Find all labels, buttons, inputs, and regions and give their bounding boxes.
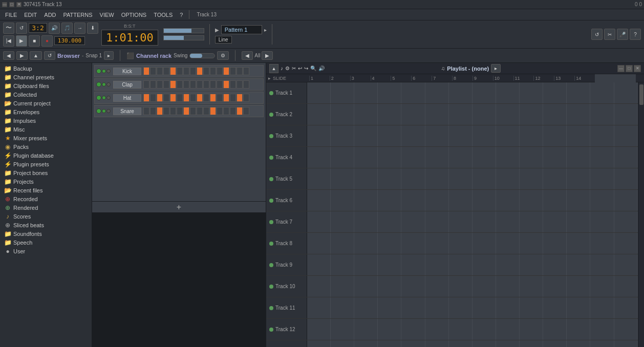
- channel-solo-led-clap[interactable]: [106, 82, 111, 86]
- browser-item-projects[interactable]: 📁Projects: [0, 177, 92, 186]
- step-clap-13[interactable]: [230, 80, 236, 89]
- step-snare-9[interactable]: [203, 107, 209, 115]
- menu-add[interactable]: ADD: [41, 11, 59, 19]
- close-button[interactable]: ✕: [16, 2, 22, 7]
- step-kick-4[interactable]: [170, 67, 176, 75]
- channel-name-snare[interactable]: Snare: [113, 107, 141, 115]
- step-kick-3[interactable]: [163, 67, 169, 75]
- channel-name-clap[interactable]: Clap: [113, 81, 141, 89]
- channel-mute-led-clap[interactable]: [102, 82, 106, 86]
- step-clap-5[interactable]: [177, 80, 183, 89]
- master-vol-slider[interactable]: [163, 28, 204, 33]
- step-hat-12[interactable]: [223, 94, 229, 102]
- vol-down-button[interactable]: 🎵: [61, 23, 73, 34]
- step-snare-8[interactable]: [197, 107, 203, 115]
- step-hat-5[interactable]: [177, 94, 183, 102]
- browser-item-plugin-presets[interactable]: ⚡Plugin presets: [0, 160, 92, 168]
- step-clap-4[interactable]: [170, 80, 176, 89]
- prev-button[interactable]: |◀: [3, 35, 14, 47]
- step-kick-12[interactable]: [223, 67, 229, 75]
- browser-item-envelopes[interactable]: 📁Envelopes: [0, 107, 92, 116]
- step-hat-9[interactable]: [203, 94, 209, 102]
- channel-solo-led-snare[interactable]: [106, 109, 111, 113]
- step-hat-2[interactable]: [157, 94, 163, 102]
- step-snare-7[interactable]: [190, 107, 196, 115]
- track-content-10[interactable]: [307, 276, 638, 297]
- browser-item-sliced-beats[interactable]: ⊕Sliced beats: [0, 221, 92, 229]
- browser-item-speech[interactable]: 📁Speech: [0, 238, 92, 247]
- ruler-scrollbar[interactable]: [595, 74, 636, 82]
- browser-item-backup[interactable]: 📁Backup: [0, 64, 92, 73]
- step-hat-0[interactable]: [143, 94, 149, 102]
- step-kick-13[interactable]: [230, 67, 236, 75]
- menu-tools[interactable]: TOOLS: [151, 11, 176, 19]
- send-button[interactable]: →: [74, 23, 85, 34]
- browser-item-collected[interactable]: 📁Collected: [0, 90, 92, 99]
- step-kick-7[interactable]: [190, 67, 196, 75]
- browser-nav-refresh[interactable]: ↺: [44, 51, 55, 60]
- step-hat-15[interactable]: [243, 94, 249, 102]
- step-clap-9[interactable]: [203, 80, 209, 89]
- playlist-dropdown-btn[interactable]: ▸: [491, 64, 501, 73]
- step-hat-3[interactable]: [163, 94, 169, 102]
- browser-item-misc[interactable]: 📁Misc: [0, 125, 92, 134]
- channel-name-kick[interactable]: Kick: [113, 68, 141, 75]
- step-snare-4[interactable]: [170, 107, 176, 115]
- browser-item-current-project[interactable]: 📂Current project: [0, 99, 92, 107]
- channel-power-led-hat[interactable]: [96, 95, 101, 100]
- channel-name-hat[interactable]: Hat: [113, 94, 141, 102]
- maximize-button[interactable]: □: [9, 2, 14, 7]
- track-content-7[interactable]: [307, 211, 638, 232]
- browser-nav-fwd[interactable]: ▶: [16, 51, 28, 60]
- track-content-13[interactable]: [307, 340, 638, 347]
- step-snare-13[interactable]: [230, 107, 236, 115]
- download-button[interactable]: ⬇: [87, 23, 98, 34]
- playlist-max-btn[interactable]: □: [626, 65, 633, 72]
- cut-button[interactable]: ✂: [604, 29, 615, 40]
- channel-solo-led-hat[interactable]: [106, 96, 111, 100]
- browser-arrow-btn[interactable]: ▸: [104, 51, 114, 60]
- browser-item-project-bones[interactable]: 📁Project bones: [0, 168, 92, 177]
- step-hat-14[interactable]: [237, 94, 243, 102]
- step-snare-12[interactable]: [223, 107, 229, 115]
- track-content-6[interactable]: [307, 190, 638, 211]
- browser-item-channel-presets[interactable]: 📁Channel presets: [0, 73, 92, 81]
- playlist-min-btn[interactable]: —: [617, 65, 625, 72]
- menu-edit[interactable]: EDIT: [21, 11, 40, 19]
- browser-nav-up[interactable]: ▲: [30, 51, 42, 60]
- browser-item-packs[interactable]: ◉Packs: [0, 142, 92, 151]
- menu-options[interactable]: OPTIONS: [118, 11, 150, 19]
- channel-power-led-kick[interactable]: [96, 69, 101, 74]
- step-kick-5[interactable]: [177, 67, 183, 75]
- step-clap-6[interactable]: [183, 80, 189, 89]
- channel-mute-led-hat[interactable]: [102, 96, 106, 100]
- minimize-button[interactable]: —: [2, 2, 7, 7]
- step-kick-8[interactable]: [197, 67, 203, 75]
- step-clap-3[interactable]: [163, 80, 169, 89]
- step-snare-1[interactable]: [150, 107, 156, 115]
- swing-slider[interactable]: [189, 53, 215, 58]
- track-content-3[interactable]: [307, 125, 638, 146]
- browser-item-impulses[interactable]: 📁Impulses: [0, 116, 92, 125]
- menu-patterns[interactable]: PATTERNS: [60, 11, 96, 19]
- browser-item-recent-files[interactable]: 📂Recent files: [0, 186, 92, 194]
- step-clap-15[interactable]: [243, 80, 249, 89]
- step-snare-5[interactable]: [177, 107, 183, 115]
- track-content-11[interactable]: [307, 297, 638, 318]
- playlist-close-btn[interactable]: ✕: [634, 65, 641, 72]
- channel-options-btn[interactable]: ⚙: [217, 51, 229, 60]
- track-content-8[interactable]: [307, 233, 638, 254]
- undo-button[interactable]: ↺: [591, 29, 603, 40]
- step-snare-14[interactable]: [237, 107, 243, 115]
- stop-button[interactable]: ■: [29, 35, 40, 47]
- browser-item-recorded[interactable]: ⊕Recorded: [0, 194, 92, 203]
- channel-solo-led-kick[interactable]: [106, 69, 111, 73]
- step-hat-10[interactable]: [210, 94, 216, 102]
- browser-item-user[interactable]: ●User: [0, 247, 92, 255]
- channel-power-led-clap[interactable]: [96, 82, 101, 87]
- step-clap-11[interactable]: [217, 80, 223, 89]
- track-content-12[interactable]: [307, 319, 638, 340]
- step-kick-9[interactable]: [203, 67, 209, 75]
- step-snare-15[interactable]: [243, 107, 249, 115]
- step-kick-2[interactable]: [157, 67, 163, 75]
